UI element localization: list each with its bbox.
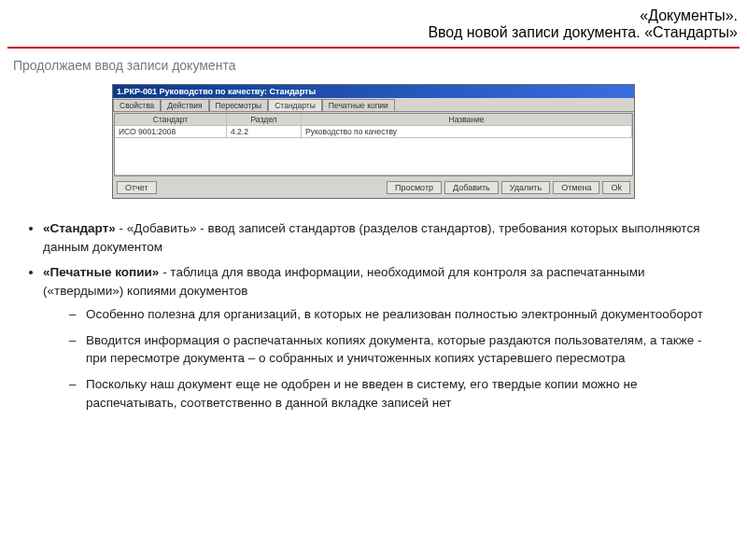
report-button[interactable]: Отчет — [117, 181, 157, 194]
sub-bullet-2: Вводится информация о распечатанных копи… — [69, 331, 723, 368]
cell-standard: ИСО 9001:2008 — [115, 126, 227, 138]
header-line2: Ввод новой записи документа. «Стандарты» — [9, 24, 738, 41]
text-standard: - «Добавить» - ввод записей стандартов (… — [43, 221, 699, 254]
bold-standard: «Стандарт» — [43, 221, 116, 235]
cell-name: Руководство по качеству — [302, 126, 632, 138]
col-standard: Стандарт — [115, 114, 227, 126]
col-name: Название — [302, 114, 632, 126]
window-title: 1.РКР-001 Руководство по качеству: Станд… — [113, 85, 634, 98]
standards-grid: Стандарт Раздел Название ИСО 9001:2008 4… — [114, 113, 633, 176]
tab-standards[interactable]: Стандарты — [268, 99, 322, 111]
sub-bullet-3: Поскольку наш документ еще не одобрен и … — [69, 375, 723, 412]
button-bar: Отчет Просмотр Добавить Удалить Отмена O… — [113, 177, 634, 198]
grid-row[interactable]: ИСО 9001:2008 4.2.2 Руководство по качес… — [115, 126, 632, 138]
tab-revisions[interactable]: Пересмотры — [209, 99, 269, 111]
view-button[interactable]: Просмотр — [387, 181, 442, 194]
bold-print-copies: «Печатные копии» — [43, 265, 159, 279]
grid-empty-space — [115, 138, 632, 175]
tab-actions[interactable]: Действия — [161, 99, 208, 111]
bullet-standard: «Стандарт» - «Добавить» - ввод записей с… — [43, 219, 723, 256]
tab-strip: Свойства Действия Пересмотры Стандарты П… — [113, 98, 634, 112]
tab-print-copies[interactable]: Печатные копии — [322, 99, 395, 111]
delete-button[interactable]: Удалить — [501, 181, 550, 194]
col-section: Раздел — [227, 114, 302, 126]
sub-bullet-1: Особенно полезна для организаций, в кото… — [69, 305, 723, 324]
ok-button[interactable]: Ok — [602, 181, 630, 194]
cell-section: 4.2.2 — [227, 126, 302, 138]
dialog-window: 1.РКР-001 Руководство по качеству: Станд… — [112, 84, 635, 199]
cancel-button[interactable]: Отмена — [553, 181, 599, 194]
grid-header: Стандарт Раздел Название — [115, 114, 632, 126]
subtitle: Продолжаем ввод записи документа — [0, 58, 747, 80]
header-divider — [7, 47, 740, 49]
add-button[interactable]: Добавить — [444, 181, 499, 194]
body-content: «Стандарт» - «Добавить» - ввод записей с… — [0, 210, 747, 412]
slide-header: «Документы». Ввод новой записи документа… — [0, 0, 747, 45]
bullet-print-copies: «Печатные копии» - таблица для ввода инф… — [43, 263, 723, 412]
tab-properties[interactable]: Свойства — [113, 99, 161, 111]
header-line1: «Документы». — [9, 7, 738, 24]
